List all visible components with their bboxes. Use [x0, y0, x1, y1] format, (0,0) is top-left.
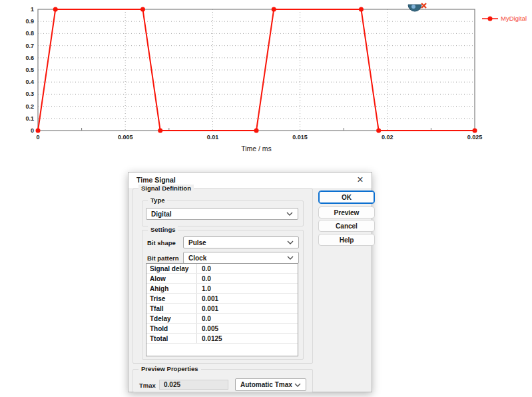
- y-tick-label: 0: [31, 127, 34, 134]
- parameter-name: Signal delay: [146, 264, 197, 273]
- data-point-marker: [140, 7, 145, 12]
- data-point-marker: [359, 7, 364, 12]
- signal-definition-label: Signal Definition: [138, 185, 194, 192]
- parameter-value: 0.0: [197, 264, 298, 273]
- x-tick-label: 0.015: [292, 134, 308, 141]
- y-tick-label: 0.9: [25, 18, 34, 25]
- cancel-button[interactable]: Cancel: [318, 220, 375, 232]
- bit-shape-select[interactable]: Pulse: [183, 236, 299, 248]
- parameter-row[interactable]: Signal delay0.0: [146, 264, 298, 274]
- parameter-row[interactable]: Trise0.001: [146, 294, 298, 304]
- chevron-down-icon: [294, 383, 301, 387]
- legend-marker: [488, 17, 493, 21]
- x-tick-label: 0.005: [118, 134, 133, 141]
- parameter-value: 0.0: [197, 274, 298, 283]
- data-point-marker: [158, 129, 162, 133]
- parameter-name: Tfall: [146, 304, 197, 313]
- legend-label: MyDigital: [501, 15, 527, 22]
- y-tick-label: 0.4: [25, 79, 34, 85]
- parameter-name: Ahigh: [146, 284, 197, 293]
- ok-button[interactable]: OK: [318, 191, 375, 204]
- dialog-title: Time Signal: [136, 176, 176, 184]
- parameter-row[interactable]: Ttotal0.0125: [146, 334, 298, 344]
- parameter-value: 0.001: [197, 294, 298, 303]
- tmax-input[interactable]: [159, 380, 228, 390]
- type-label: Type: [148, 197, 167, 204]
- time-signal-dialog: Time Signal × Signal Definition Type Dig…: [128, 172, 372, 392]
- parameter-value: 1.0: [197, 284, 298, 293]
- settings-label: Settings: [148, 226, 178, 233]
- parameter-row[interactable]: Tdelay0.0: [146, 314, 298, 324]
- x-axis-title: Time / ms: [241, 145, 272, 153]
- parameter-row[interactable]: Thold0.005: [146, 324, 298, 334]
- help-button[interactable]: Help: [318, 234, 375, 246]
- screen: 00.10.20.30.40.50.60.70.80.9100.0050.010…: [0, 0, 532, 397]
- parameter-row[interactable]: Tfall0.001: [146, 304, 298, 314]
- bit-pattern-select[interactable]: Clock: [183, 252, 299, 264]
- parameter-value: 0.0125: [197, 334, 298, 343]
- parameter-value: 0.0: [197, 314, 298, 323]
- data-point-marker: [36, 129, 41, 133]
- parameters-table[interactable]: Signal delay0.0Alow0.0Ahigh1.0Trise0.001…: [146, 263, 298, 356]
- x-tick-label: 0.025: [467, 134, 483, 141]
- parameter-name: Tdelay: [146, 314, 197, 323]
- y-tick-label: 1: [31, 6, 34, 13]
- close-icon[interactable]: ×: [354, 174, 367, 186]
- y-tick-label: 0.5: [25, 67, 34, 73]
- chevron-down-icon: [287, 240, 294, 244]
- data-point-marker: [272, 7, 276, 12]
- chart-canvas: 00.10.20.30.40.50.60.70.80.9100.0050.010…: [0, 0, 532, 160]
- bit-shape-label: Bit shape: [147, 239, 176, 246]
- y-tick-label: 0.1: [25, 115, 34, 122]
- x-tick-label: 0.02: [382, 134, 394, 141]
- parameter-value: 0.005: [197, 324, 298, 333]
- x-tick-label: 0: [36, 134, 39, 141]
- bit-pattern-select-value: Clock: [188, 254, 206, 262]
- y-tick-label: 0.8: [25, 30, 34, 37]
- parameter-value: 0.001: [197, 304, 298, 313]
- chart-overlay-cursor-icon: [405, 1, 430, 14]
- y-tick-label: 0.6: [25, 55, 34, 61]
- tmax-mode-value: Automatic Tmax: [240, 381, 292, 388]
- bit-pattern-label: Bit pattern: [147, 254, 179, 262]
- parameter-name: Ttotal: [146, 334, 197, 343]
- type-select[interactable]: Digital: [146, 208, 298, 220]
- tmax-mode-select[interactable]: Automatic Tmax: [235, 378, 306, 391]
- signal-preview-chart: 00.10.20.30.40.50.60.70.80.9100.0050.010…: [0, 0, 532, 160]
- preview-button[interactable]: Preview: [318, 206, 375, 218]
- bit-shape-select-value: Pulse: [188, 239, 206, 246]
- x-tick-label: 0.01: [207, 134, 219, 141]
- data-point-marker: [376, 129, 381, 133]
- parameter-row[interactable]: Alow0.0: [146, 274, 298, 284]
- type-select-value: Digital: [151, 210, 172, 218]
- data-point-marker: [254, 129, 259, 133]
- parameter-name: Trise: [146, 294, 197, 303]
- parameter-row[interactable]: Ahigh1.0: [146, 284, 298, 294]
- y-tick-label: 0.2: [25, 103, 34, 110]
- chevron-down-icon: [287, 256, 294, 260]
- parameter-name: Alow: [146, 274, 197, 283]
- y-tick-label: 0.7: [25, 43, 34, 49]
- preview-properties-label: Preview Properties: [138, 365, 201, 372]
- data-point-marker: [473, 129, 477, 133]
- y-tick-label: 0.3: [25, 91, 34, 97]
- parameter-name: Thold: [146, 324, 197, 333]
- chevron-down-icon: [286, 212, 293, 216]
- data-point-marker: [53, 7, 58, 12]
- tmax-label: Tmax: [139, 382, 156, 389]
